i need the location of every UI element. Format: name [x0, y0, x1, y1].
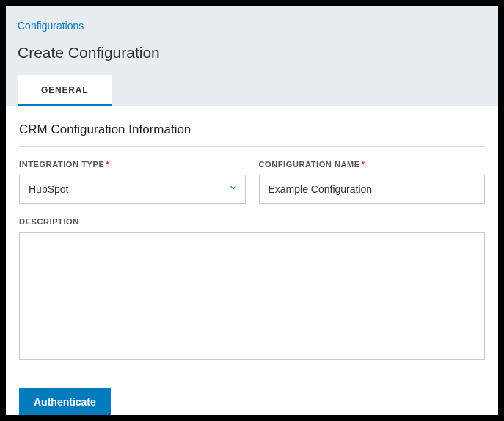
integration-type-select[interactable]: HubSpot	[19, 175, 246, 204]
description-textarea[interactable]	[19, 232, 485, 360]
breadcrumb-link-configurations[interactable]: Configurations	[18, 20, 84, 32]
required-indicator: *	[106, 160, 109, 169]
description-label: DESCRIPTION	[19, 217, 485, 226]
integration-type-label: INTEGRATION TYPE*	[19, 160, 246, 169]
configuration-name-input[interactable]	[259, 175, 486, 204]
required-indicator: *	[362, 160, 365, 169]
label-text: INTEGRATION TYPE	[19, 160, 104, 169]
breadcrumb: Configurations	[6, 6, 498, 32]
tab-strip: GENERAL	[6, 75, 498, 106]
panel-general: CRM Configuration Information INTEGRATIO…	[6, 106, 498, 415]
label-text: CONFIGURATION NAME	[259, 160, 360, 169]
section-divider	[19, 146, 485, 147]
page-title: Create Configuration	[6, 32, 498, 75]
tab-general[interactable]: GENERAL	[18, 75, 112, 106]
authenticate-button[interactable]: Authenticate	[19, 388, 111, 415]
section-title: CRM Configuration Information	[19, 122, 485, 137]
configuration-name-label: CONFIGURATION NAME*	[259, 160, 486, 169]
